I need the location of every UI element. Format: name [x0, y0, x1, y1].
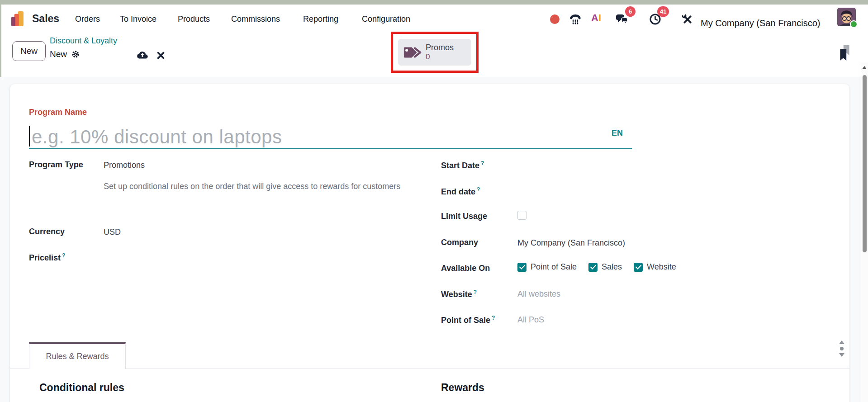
- actions-gear-icon[interactable]: [71, 50, 80, 58]
- program-name-label: Program Name: [29, 108, 87, 117]
- pos-input[interactable]: All PoS: [517, 315, 544, 325]
- user-avatar[interactable]: [837, 8, 856, 26]
- loyalty-program-form: Program Name e.g. 10% discount on laptop…: [10, 84, 849, 402]
- pricelist-help-icon[interactable]: ?: [62, 252, 65, 259]
- rewards-heading: Rewards: [441, 382, 484, 394]
- program-type-help: Set up conditional rules on the order th…: [104, 180, 420, 193]
- language-badge[interactable]: EN: [612, 128, 623, 138]
- new-button[interactable]: New: [12, 41, 46, 61]
- pricelist-label: Pricelist?: [29, 252, 65, 263]
- text-cursor: [29, 126, 30, 147]
- option-sales: Sales: [588, 262, 622, 272]
- currency-value[interactable]: USD: [104, 227, 121, 237]
- promos-smart-button[interactable]: Promos 0: [398, 39, 471, 66]
- nav-reporting[interactable]: Reporting: [303, 14, 338, 24]
- website-input[interactable]: All websites: [517, 289, 560, 299]
- program-name-placeholder: e.g. 10% discount on laptops: [32, 126, 282, 148]
- pager-dot-icon[interactable]: [840, 347, 844, 350]
- limit-usage-label: Limit Usage: [441, 212, 487, 221]
- start-date-label: Start Date?: [441, 160, 484, 170]
- sales-checkbox[interactable]: [588, 263, 598, 272]
- website-field-label: Website?: [441, 289, 477, 299]
- nav-products[interactable]: Products: [178, 14, 210, 24]
- window-chrome-strip: [0, 0, 868, 5]
- pos-help-icon[interactable]: ?: [492, 315, 495, 321]
- odoo-sales-screen: Sales Orders To Invoice Products Commiss…: [0, 0, 868, 402]
- program-name-input[interactable]: e.g. 10% discount on laptops: [29, 120, 632, 149]
- limit-usage-checkbox[interactable]: [517, 211, 526, 220]
- scrollbar-up-arrow[interactable]: [862, 66, 867, 69]
- currency-label: Currency: [29, 227, 65, 236]
- tab-rules-rewards[interactable]: Rules & Rewards: [29, 342, 126, 369]
- program-type-label: Program Type: [29, 160, 83, 170]
- website-checkbox[interactable]: [634, 263, 643, 272]
- scrollbar-thumb[interactable]: [863, 75, 867, 252]
- save-cloud-icon[interactable]: [136, 50, 148, 62]
- end-date-help-icon[interactable]: ?: [477, 186, 480, 193]
- breadcrumb-parent-link[interactable]: Discount & Loyalty: [50, 36, 117, 46]
- app-name[interactable]: Sales: [32, 13, 59, 25]
- top-navbar: Sales Orders To Invoice Products Commiss…: [1, 5, 868, 34]
- messages-badge[interactable]: 6: [625, 6, 636, 17]
- messages-icon[interactable]: [616, 14, 628, 27]
- pos-field-label: Point of Sale?: [441, 315, 495, 325]
- activities-badge[interactable]: 41: [657, 6, 669, 17]
- voip-phone-icon[interactable]: [569, 13, 581, 27]
- breadcrumb-current: New: [50, 49, 67, 59]
- list-pager-widget: [839, 341, 844, 357]
- sales-label: Sales: [602, 262, 622, 272]
- conditional-rules-heading: Conditional rules: [39, 382, 124, 394]
- available-on-label: Available On: [441, 264, 490, 273]
- point-of-sale-label: Point of Sale: [531, 262, 577, 272]
- pager-down-icon[interactable]: [839, 353, 844, 357]
- option-website: Website: [634, 262, 676, 272]
- pager-up-icon[interactable]: [839, 341, 844, 344]
- nav-configuration[interactable]: Configuration: [362, 14, 410, 24]
- end-date-label: End date?: [441, 186, 480, 197]
- company-switcher[interactable]: My Company (San Francisco): [701, 18, 821, 28]
- promos-button-label: Promos: [426, 43, 454, 52]
- favorites-bookmark-icon[interactable]: [838, 45, 852, 62]
- nav-orders[interactable]: Orders: [75, 14, 100, 24]
- breadcrumb: New: [50, 49, 80, 59]
- ai-icon[interactable]: AI: [591, 12, 601, 24]
- company-label: Company: [441, 238, 478, 247]
- start-date-help-icon[interactable]: ?: [481, 160, 484, 166]
- nav-commissions[interactable]: Commissions: [231, 14, 280, 24]
- option-point-of-sale: Point of Sale: [517, 262, 577, 272]
- available-on-options: Point of Sale Sales Website: [517, 262, 683, 272]
- promotion-tags-icon: [403, 44, 422, 61]
- company-value[interactable]: My Company (San Francisco): [517, 238, 625, 248]
- online-status-dot: [850, 20, 858, 28]
- point-of-sale-checkbox[interactable]: [517, 263, 526, 272]
- website-help-icon[interactable]: ?: [474, 289, 477, 295]
- sales-app-logo-icon[interactable]: [11, 11, 29, 28]
- program-type-select[interactable]: Promotions: [104, 161, 145, 170]
- annotation-highlight: Promos 0: [391, 32, 479, 73]
- page-body: Program Name e.g. 10% discount on laptop…: [0, 77, 868, 402]
- discard-x-icon[interactable]: [157, 52, 165, 61]
- promos-button-count: 0: [426, 52, 454, 61]
- website-label: Website: [647, 262, 676, 272]
- record-dot-icon[interactable]: [550, 14, 560, 24]
- nav-to-invoice[interactable]: To Invoice: [120, 14, 157, 24]
- vertical-scrollbar[interactable]: [861, 62, 868, 402]
- debug-tools-icon[interactable]: [682, 14, 693, 27]
- tab-divider: [10, 369, 849, 369]
